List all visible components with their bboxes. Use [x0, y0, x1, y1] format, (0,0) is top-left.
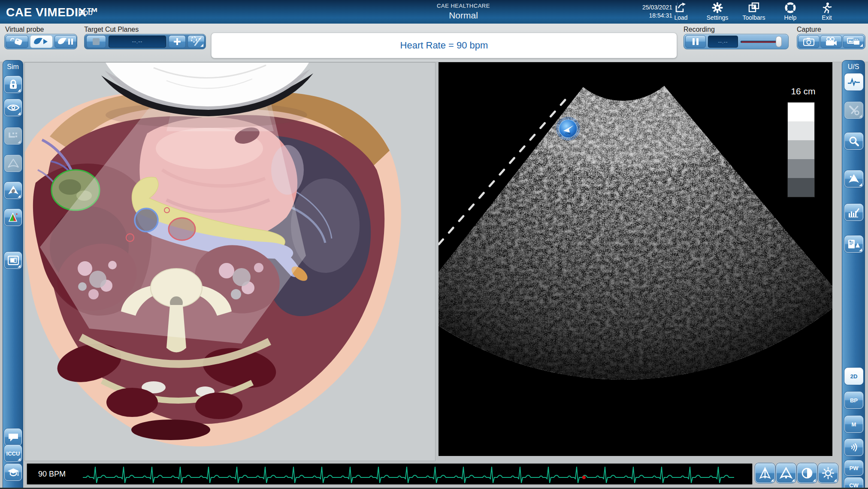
pause-icon	[693, 38, 699, 45]
probe-marker-label: CAE	[566, 132, 571, 135]
mode-cw-button[interactable]: CW	[844, 477, 863, 489]
sim-sidebar-title: Sim	[3, 63, 23, 71]
target-cut-planes-label: Target Cut Planes	[84, 26, 139, 33]
mode-2d-button[interactable]: 2D	[844, 368, 863, 385]
grayscale-bar	[788, 103, 814, 197]
camera-icon	[803, 37, 814, 46]
anatomy-illustration	[25, 63, 436, 462]
scenario-block: CAE HEALTHCARE Normal	[395, 3, 532, 21]
contrast-button[interactable]	[797, 463, 817, 483]
help-button[interactable]: Help	[773, 2, 808, 22]
sector-hand-button[interactable]	[4, 182, 22, 199]
brand-label: CAE HEALTHCARE	[395, 3, 532, 9]
mode-m-button[interactable]: M	[844, 416, 863, 433]
probe-position-marker[interactable]: CAE	[556, 117, 580, 141]
user-name: Bob	[78, 8, 93, 17]
lock-button[interactable]	[4, 76, 22, 93]
stop-button[interactable]	[86, 35, 106, 48]
toolbars-icon	[737, 2, 771, 14]
stop-icon	[93, 38, 100, 45]
mode-pw-button[interactable]: PW	[844, 460, 863, 476]
us-zoom-button[interactable]	[844, 133, 863, 150]
chat-button[interactable]	[4, 429, 22, 446]
ultrasound-image: CAE	[439, 62, 832, 456]
sector-icon	[7, 159, 20, 168]
record-pause-button[interactable]	[685, 35, 706, 48]
recording-group: --.--	[684, 34, 789, 49]
report-icon	[848, 239, 860, 249]
time-label: 18:54:31	[601, 12, 672, 20]
vimedix-window: CAE VIMEDIX™ Bob CAE HEALTHCARE Normal 2…	[0, 0, 868, 489]
capture-label: Capture	[797, 26, 821, 33]
depth-arrows-icon	[759, 467, 771, 480]
probe-pause-icon	[57, 36, 74, 47]
visibility-button[interactable]	[4, 99, 22, 116]
cut-plane-icon	[8, 131, 18, 141]
depth-control-button[interactable]	[755, 463, 775, 483]
pyramid-icon	[8, 212, 19, 223]
sound-icon	[849, 443, 859, 452]
pyramid-button[interactable]	[4, 209, 22, 226]
target-display: --.--	[109, 36, 166, 48]
exit-button[interactable]: Exit	[810, 2, 844, 22]
mode-bp-button[interactable]: BP	[844, 392, 863, 409]
video-camera-icon	[825, 37, 837, 46]
us-sector-button[interactable]	[844, 170, 863, 187]
virtual-probe-label: Virtual probe	[5, 26, 44, 33]
sector-plane-button[interactable]	[4, 155, 22, 172]
ultrasound-view[interactable]: CAE 16 cm	[439, 62, 832, 456]
mode-sound-button[interactable]	[844, 439, 863, 456]
toolbars-button[interactable]: Toolbars	[737, 2, 771, 22]
zoom-icon	[849, 136, 859, 146]
pulse-icon	[847, 78, 860, 86]
recording-slider-line	[741, 42, 779, 42]
layout-icon	[8, 256, 19, 265]
probe-pause-button[interactable]	[54, 35, 77, 48]
tools-icon	[848, 105, 859, 116]
layout-button[interactable]	[4, 252, 22, 269]
add-plane-button[interactable]	[169, 35, 186, 48]
brightness-button[interactable]	[818, 463, 838, 483]
contrast-icon	[801, 467, 813, 479]
learning-button[interactable]	[4, 464, 22, 481]
datetime: 25/03/2021 18:54:31	[601, 3, 672, 20]
recording-slider-handle[interactable]	[776, 36, 782, 47]
graduation-cap-icon	[7, 468, 19, 477]
recording-label: Recording	[684, 26, 715, 33]
iccu-button[interactable]: ICCU	[4, 445, 22, 462]
settings-button[interactable]: Settings	[700, 2, 735, 22]
brightness-icon	[822, 467, 835, 480]
measure-icon	[848, 207, 860, 217]
capture-gallery-button[interactable]	[843, 35, 864, 48]
capture-photo-button[interactable]	[798, 35, 820, 48]
load-button[interactable]: Load	[664, 2, 698, 22]
probe-play-button[interactable]	[30, 35, 53, 48]
ecg-strip: 90 BPM	[27, 463, 753, 485]
probe-mouse-button[interactable]	[6, 35, 28, 48]
sim-sidebar: Sim ICCU	[3, 60, 23, 489]
sector-hand-icon	[7, 185, 20, 196]
probe-play-icon	[33, 36, 50, 47]
cut-plane-button[interactable]	[4, 127, 22, 145]
iccu-label: ICCU	[6, 450, 20, 457]
control-toolbar: Virtual probe Target Cut Planes --.--	[0, 24, 868, 62]
us-sidebar: U/S 2D BP M PW CW	[842, 60, 865, 489]
target-plane-button[interactable]	[188, 35, 205, 48]
us-measure-button[interactable]	[844, 204, 863, 221]
sector-solid-icon	[847, 174, 860, 184]
sector-width-button[interactable]	[776, 463, 796, 483]
recording-slider[interactable]	[741, 35, 783, 48]
eye-icon	[7, 104, 19, 112]
anatomy-3d-view[interactable]	[24, 62, 436, 461]
load-icon	[664, 2, 698, 14]
exit-icon	[810, 2, 844, 14]
capture-video-button[interactable]	[820, 35, 842, 48]
depth-label: 16 cm	[782, 86, 825, 97]
top-bar: CAE VIMEDIX™ Bob CAE HEALTHCARE Normal 2…	[0, 0, 868, 24]
help-icon	[773, 2, 808, 14]
ecg-trace	[27, 464, 752, 484]
chat-icon	[8, 432, 19, 442]
us-report-button[interactable]	[844, 235, 863, 253]
us-tools-button[interactable]	[844, 102, 863, 119]
pulse-mode-button[interactable]	[844, 73, 863, 91]
